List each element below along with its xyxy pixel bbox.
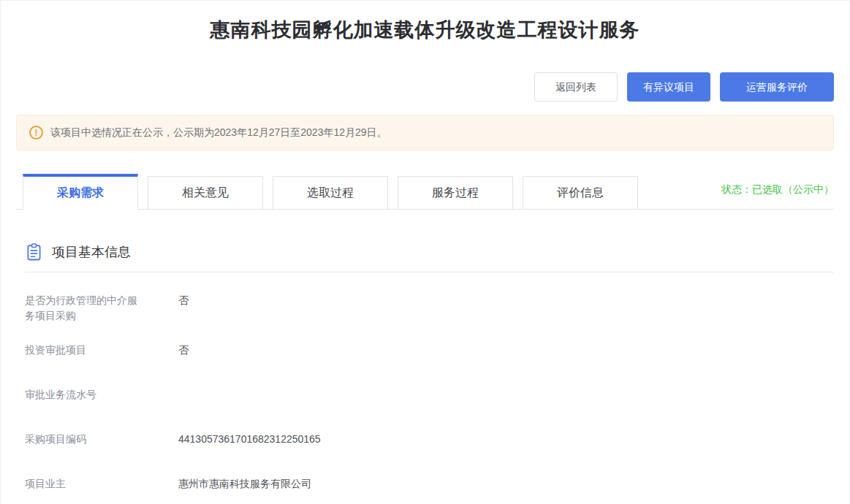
tab-evaluation-info[interactable]: 评价信息 xyxy=(523,176,638,210)
section-divider xyxy=(25,272,834,272)
warning-circle-icon: ! xyxy=(29,126,43,140)
project-detail-page: 惠南科技园孵化加速载体升级改造工程设计服务 返回列表 有异议项目 运营服务评价 … xyxy=(0,0,850,504)
field-label: 投资审批项目 xyxy=(25,343,142,358)
section-title: 项目基本信息 xyxy=(52,243,131,261)
basic-info-fields: 是否为行政管理的中介服务项目采购 否 投资审批项目 否 审批业务流水号 采购项目… xyxy=(25,293,834,492)
field-value: 否 xyxy=(178,293,189,324)
field-label: 采购项目编码 xyxy=(25,432,142,447)
field-value: 否 xyxy=(178,343,189,358)
field-value: 4413057361701682312250165 xyxy=(178,432,321,447)
page-title: 惠南科技园孵化加速载体升级改造工程设计服务 xyxy=(16,1,834,45)
clipboard-icon xyxy=(25,243,43,261)
tab-bar: 采购需求 相关意见 选取过程 服务过程 评价信息 状态：已选取（公示中） xyxy=(23,174,834,210)
toolbar: 返回列表 有异议项目 运营服务评价 xyxy=(16,72,834,102)
field-label: 是否为行政管理的中介服务项目采购 xyxy=(25,293,142,324)
notice-text: 该项目中选情况正在公示，公示期为2023年12月27日至2023年12月29日。 xyxy=(50,126,387,140)
field-row-intermediary-service: 是否为行政管理的中介服务项目采购 否 xyxy=(25,293,834,324)
field-row-approval-serial-number: 审批业务流水号 xyxy=(25,387,834,402)
status-badge: 状态：已选取（公示中） xyxy=(721,183,834,201)
tab-service-process[interactable]: 服务过程 xyxy=(398,176,513,210)
publicity-notice-banner: ! 该项目中选情况正在公示，公示期为2023年12月27日至2023年12月29… xyxy=(16,115,834,150)
back-to-list-button[interactable]: 返回列表 xyxy=(534,72,618,102)
field-row-project-owner: 项目业主 惠州市惠南科技服务有限公司 xyxy=(25,476,834,492)
service-evaluation-button[interactable]: 运营服务评价 xyxy=(720,72,834,102)
tab-procurement-demand[interactable]: 采购需求 xyxy=(23,174,138,210)
field-row-procurement-project-code: 采购项目编码 4413057361701682312250165 xyxy=(25,432,834,447)
field-label: 项目业主 xyxy=(25,476,142,492)
field-row-investment-approval: 投资审批项目 否 xyxy=(25,343,834,358)
field-label: 审批业务流水号 xyxy=(25,387,142,402)
tab-related-opinions[interactable]: 相关意见 xyxy=(148,176,263,210)
tab-selection-process[interactable]: 选取过程 xyxy=(273,176,388,210)
field-value: 惠州市惠南科技服务有限公司 xyxy=(178,476,311,492)
section-header-basic-info: 项目基本信息 xyxy=(25,243,834,261)
objection-project-button[interactable]: 有异议项目 xyxy=(627,72,710,102)
